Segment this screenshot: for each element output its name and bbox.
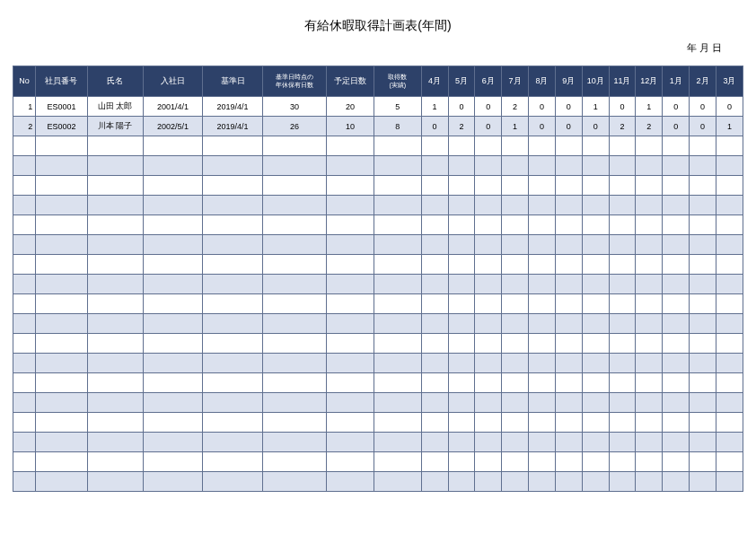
cell-month — [421, 294, 448, 314]
cell-actual — [374, 255, 421, 275]
table-row — [13, 136, 743, 156]
cell-emp-no — [36, 314, 87, 334]
cell-month — [609, 452, 636, 472]
cell-month: 2 — [502, 97, 529, 117]
cell-month — [636, 294, 663, 314]
cell-month — [663, 136, 690, 156]
col-planned: 予定日数 — [327, 66, 374, 97]
cell-month — [636, 255, 663, 275]
cell-holding: 30 — [262, 97, 326, 117]
cell-month — [555, 176, 582, 196]
cell-month — [529, 255, 556, 275]
cell-month — [421, 196, 448, 215]
col-month-2: 2月 — [690, 66, 716, 97]
cell-month — [716, 472, 743, 492]
cell-month — [663, 373, 690, 393]
cell-name — [87, 156, 143, 176]
cell-month — [475, 294, 502, 314]
cell-month — [448, 156, 475, 176]
cell-month — [448, 334, 475, 354]
cell-month — [448, 413, 475, 433]
cell-holding — [262, 413, 326, 433]
cell-planned — [327, 472, 374, 492]
cell-no — [13, 472, 36, 492]
cell-name — [87, 393, 143, 413]
cell-month — [475, 235, 502, 255]
cell-month — [690, 373, 716, 393]
cell-no — [13, 294, 36, 314]
cell-planned — [327, 373, 374, 393]
table-row — [13, 176, 743, 196]
cell-month — [663, 215, 690, 235]
cell-month — [609, 413, 636, 433]
cell-month — [502, 413, 529, 433]
cell-actual — [374, 334, 421, 354]
cell-month — [421, 433, 448, 452]
cell-month — [502, 433, 529, 452]
cell-name — [87, 255, 143, 275]
cell-planned — [327, 215, 374, 235]
cell-month — [555, 334, 582, 354]
col-actual: 取得数(実績) — [374, 66, 421, 97]
cell-join-date — [143, 334, 203, 354]
cell-actual — [374, 373, 421, 393]
cell-month — [529, 393, 556, 413]
cell-join-date — [143, 196, 203, 215]
cell-holding — [262, 433, 326, 452]
cell-month — [609, 215, 636, 235]
cell-emp-no — [36, 196, 87, 215]
cell-month — [582, 314, 609, 334]
cell-month — [421, 275, 448, 294]
cell-planned — [327, 354, 374, 373]
cell-join-date — [143, 354, 203, 373]
cell-month — [502, 215, 529, 235]
cell-month — [555, 354, 582, 373]
cell-emp-no — [36, 176, 87, 196]
table-row — [13, 393, 743, 413]
cell-emp-no — [36, 472, 87, 492]
cell-month: 0 — [421, 117, 448, 136]
cell-month: 2 — [636, 117, 663, 136]
col-join-date: 入社日 — [143, 66, 203, 97]
cell-month — [582, 255, 609, 275]
cell-name — [87, 354, 143, 373]
cell-month — [502, 334, 529, 354]
cell-actual — [374, 354, 421, 373]
cell-month — [690, 354, 716, 373]
cell-month — [529, 215, 556, 235]
cell-month: 0 — [475, 117, 502, 136]
cell-month — [448, 393, 475, 413]
cell-month — [529, 334, 556, 354]
cell-month — [502, 235, 529, 255]
cell-month — [663, 156, 690, 176]
cell-month — [663, 196, 690, 215]
cell-holding — [262, 176, 326, 196]
cell-join-date — [143, 294, 203, 314]
cell-month — [529, 176, 556, 196]
cell-month — [475, 215, 502, 235]
cell-month — [582, 472, 609, 492]
cell-emp-no — [36, 294, 87, 314]
cell-holding — [262, 136, 326, 156]
cell-no: 2 — [13, 117, 36, 136]
cell-month — [582, 354, 609, 373]
cell-month — [529, 472, 556, 492]
cell-month — [502, 156, 529, 176]
cell-month — [716, 215, 743, 235]
cell-join-date — [143, 136, 203, 156]
cell-month — [609, 393, 636, 413]
cell-month — [555, 196, 582, 215]
cell-name — [87, 235, 143, 255]
cell-month — [555, 472, 582, 492]
cell-month — [555, 215, 582, 235]
cell-month — [636, 136, 663, 156]
col-month-9: 9月 — [555, 66, 582, 97]
cell-month — [555, 235, 582, 255]
cell-base-date: 2019/4/1 — [203, 97, 263, 117]
cell-month — [475, 136, 502, 156]
cell-month — [421, 452, 448, 472]
cell-month — [716, 255, 743, 275]
table-row — [13, 275, 743, 294]
cell-actual: 8 — [374, 117, 421, 136]
cell-join-date: 2001/4/1 — [143, 97, 203, 117]
